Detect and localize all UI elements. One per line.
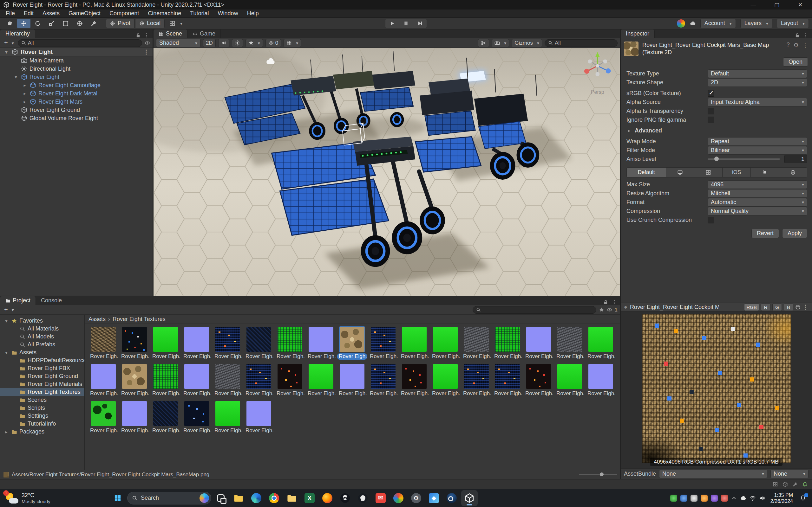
layout-dropdown[interactable]: Layout▾ bbox=[777, 19, 809, 28]
expander-icon[interactable]: ▾ bbox=[13, 74, 19, 79]
compression-dropdown[interactable]: Normal Quality▾ bbox=[708, 207, 807, 216]
resize-algorithm-dropdown[interactable]: Mitchell▾ bbox=[708, 189, 807, 198]
alpha-source-dropdown[interactable]: Input Texture Alpha▾ bbox=[708, 98, 807, 107]
asset-item[interactable]: Rover Eigh... bbox=[368, 327, 399, 360]
taskbar-app-file-explorer[interactable] bbox=[230, 490, 247, 506]
context-menu-icon[interactable]: ⋮ bbox=[803, 42, 809, 49]
tray-icon[interactable] bbox=[670, 495, 677, 502]
hierarchy-item[interactable]: ▾Rover Eight bbox=[0, 73, 153, 81]
asset-item[interactable]: Rover Eigh... bbox=[243, 364, 274, 397]
taskbar-app-github[interactable] bbox=[355, 490, 371, 506]
platform-tab-ios[interactable]: iOS bbox=[722, 168, 751, 177]
lock-icon[interactable] bbox=[603, 299, 608, 305]
grid-snap-button[interactable]: ▾ bbox=[169, 19, 183, 28]
asset-item[interactable]: Rover Eigh... bbox=[585, 327, 616, 360]
asset-item[interactable]: Rover Eigh... bbox=[305, 364, 337, 397]
hierarchy-item[interactable]: Global Volume Rover Eight bbox=[0, 114, 153, 122]
step-button[interactable] bbox=[413, 19, 427, 28]
taskbar-app-mail[interactable]: ✉ bbox=[372, 490, 389, 506]
tray-icon[interactable] bbox=[680, 495, 687, 502]
panel-menu-icon[interactable] bbox=[803, 33, 809, 38]
expander-icon[interactable]: ▾ bbox=[3, 49, 9, 55]
folder-item[interactable]: Scripts bbox=[0, 404, 84, 412]
expander-icon[interactable]: ▸ bbox=[626, 128, 632, 133]
hidden-icons-chevron[interactable] bbox=[731, 495, 737, 501]
assets-header[interactable]: ▾Assets bbox=[0, 349, 84, 356]
asset-item[interactable]: Rover Eigh... bbox=[181, 401, 212, 434]
folder-item[interactable]: Rover Eight Materials bbox=[0, 380, 84, 388]
account-dropdown[interactable]: Account▾ bbox=[700, 19, 736, 28]
packages-header[interactable]: ▸Packages bbox=[0, 428, 84, 436]
folder-item[interactable]: Rover Eight FBX bbox=[0, 364, 84, 372]
expander-icon[interactable]: ▸ bbox=[22, 99, 28, 104]
tab-game[interactable]: Game bbox=[188, 30, 221, 38]
grid-visibility-dropdown[interactable]: ▾ bbox=[284, 39, 301, 47]
gizmos-dropdown[interactable]: Gizmos▾ bbox=[512, 39, 542, 47]
folder-item[interactable]: Scenes bbox=[0, 396, 84, 404]
minimize-button[interactable]: — bbox=[742, 0, 765, 9]
texture-shape-dropdown[interactable]: 2D▾ bbox=[708, 78, 807, 87]
asset-item[interactable]: Rover Eigh... bbox=[554, 327, 585, 360]
tab-scene[interactable]: Scene bbox=[154, 30, 188, 38]
menu-tutorial[interactable]: Tutorial bbox=[186, 9, 213, 18]
filter-mode-dropdown[interactable]: Bilinear▾ bbox=[708, 146, 807, 155]
scene-search[interactable]: All bbox=[545, 39, 618, 47]
scale-tool-button[interactable] bbox=[45, 19, 58, 28]
tools-button[interactable] bbox=[478, 39, 489, 47]
asset-item[interactable]: Rover Eigh... bbox=[337, 327, 368, 360]
preview-header[interactable]: ● Rover Eight_Rover Eight Cockpit Ma RGB… bbox=[621, 302, 812, 312]
assetbundle-dropdown[interactable]: None▾ bbox=[659, 469, 767, 478]
close-button[interactable]: ✕ bbox=[789, 0, 812, 9]
version-control-icon[interactable] bbox=[677, 19, 685, 27]
layers-dropdown[interactable]: Layers▾ bbox=[740, 19, 772, 28]
menu-gameobject[interactable]: GameObject bbox=[64, 9, 105, 18]
texture-preview[interactable]: 4096x4096 RGB Compressed DXT1 sRGB 10.7 … bbox=[621, 312, 812, 469]
taskbar-app-chrome[interactable] bbox=[266, 490, 282, 506]
taskbar-app-photos[interactable]: ◆ bbox=[426, 490, 442, 506]
asset-item[interactable]: Rover Eigh... bbox=[430, 327, 461, 360]
expander-icon[interactable]: ▾ bbox=[3, 350, 9, 355]
asset-item[interactable]: Rover Eigh... bbox=[243, 327, 274, 360]
favorites-item[interactable]: All Materials bbox=[0, 325, 84, 333]
asset-item[interactable]: Rover Eigh... bbox=[430, 364, 461, 397]
rotate-tool-button[interactable] bbox=[31, 19, 44, 28]
hierarchy-search[interactable]: All bbox=[18, 39, 142, 47]
platform-tab-standalone[interactable] bbox=[666, 168, 694, 177]
create-button[interactable]: +▾ bbox=[3, 306, 15, 314]
asset-item[interactable]: Rover Eigh... bbox=[150, 364, 181, 397]
pause-button[interactable] bbox=[399, 19, 413, 28]
asset-item[interactable]: Rover Eigh... bbox=[88, 401, 119, 434]
platform-tab-universal[interactable] bbox=[694, 168, 722, 177]
scene-header-row[interactable]: ▾ Rover Eight ⋮ bbox=[0, 48, 153, 56]
assetbundle-variant-dropdown[interactable]: None▾ bbox=[770, 469, 809, 478]
asset-item[interactable]: Rover Eigh... bbox=[274, 364, 305, 397]
hierarchy-item[interactable]: ▸Rover Eight Camouflage bbox=[0, 81, 153, 89]
asset-item[interactable]: Rover Eigh... bbox=[523, 327, 554, 360]
hierarchy-item[interactable]: ▸Rover Eight Dark Metal bbox=[0, 89, 153, 98]
asset-item[interactable]: Rover Eigh... bbox=[243, 401, 274, 434]
breadcrumb-current[interactable]: Rover Eight Textures bbox=[113, 316, 165, 323]
folder-item[interactable]: Rover Eight Textures bbox=[0, 388, 84, 396]
weather-widget[interactable]: 1 32°C Mostly cloudy bbox=[0, 489, 55, 507]
panel-menu-icon[interactable] bbox=[612, 299, 617, 305]
lighting-toggle[interactable] bbox=[232, 39, 243, 47]
asset-item[interactable]: Rover Eigh... bbox=[585, 364, 616, 397]
taskbar-app-folder[interactable] bbox=[284, 490, 300, 506]
favorites-item[interactable]: All Models bbox=[0, 333, 84, 341]
wrap-mode-dropdown[interactable]: Repeat▾ bbox=[708, 137, 807, 146]
progress-icon[interactable] bbox=[773, 482, 778, 487]
aniso-slider[interactable] bbox=[708, 158, 780, 160]
expander-icon[interactable]: ▾ bbox=[3, 319, 9, 324]
effects-dropdown[interactable]: ▾ bbox=[246, 39, 263, 47]
lock-icon[interactable] bbox=[136, 33, 141, 38]
ignore-png-checkbox[interactable] bbox=[708, 117, 714, 123]
folder-item[interactable]: TutorialInfo bbox=[0, 420, 84, 428]
taskbar-app-browser[interactable] bbox=[390, 490, 407, 506]
expander-icon[interactable]: ▸ bbox=[22, 91, 28, 96]
wifi-icon[interactable] bbox=[750, 495, 756, 501]
panel-menu-icon[interactable] bbox=[144, 33, 149, 38]
asset-item[interactable]: Rover Eigh... bbox=[150, 401, 181, 434]
thumbnail-size-slider[interactable] bbox=[579, 474, 617, 475]
start-button[interactable] bbox=[109, 490, 126, 506]
asset-item[interactable]: Rover Eigh... bbox=[461, 364, 492, 397]
